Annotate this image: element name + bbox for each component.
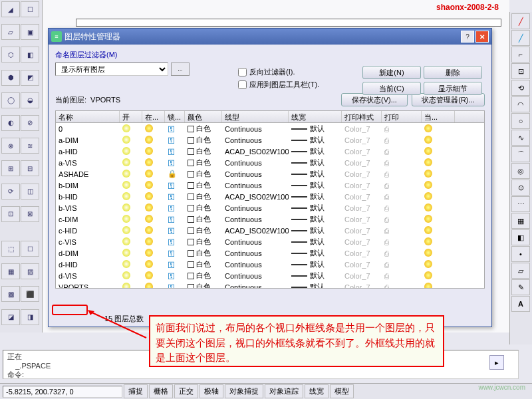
cell-on[interactable] (120, 271, 142, 281)
tool-icon[interactable]: ◧ (21, 47, 39, 63)
layer-row[interactable]: c-DIM⚿ 白色Continuous默认Color_7⎙ (56, 213, 484, 225)
cell-plotstyle[interactable]: Color_7 (342, 249, 382, 257)
tool-icon[interactable]: ⊡ (511, 63, 530, 79)
filter-browse-button[interactable]: ... (171, 63, 190, 76)
cell-plotstyle[interactable]: Color_7 (342, 193, 382, 201)
cell-freeze[interactable] (142, 271, 165, 281)
cell-color[interactable]: 白色 (185, 192, 222, 201)
tool-icon[interactable]: ◩ (21, 70, 39, 86)
tool-icon[interactable]: ╱ (511, 13, 530, 29)
cell-lineweight[interactable]: 默认 (289, 259, 342, 269)
status-toggle[interactable]: 极轴 (200, 384, 223, 398)
cell-lock[interactable]: ⚿ (165, 204, 185, 212)
tool-icon[interactable]: ◐ (1, 115, 20, 131)
cell-plotstyle[interactable]: Color_7 (342, 125, 382, 133)
cell-freeze[interactable] (142, 237, 165, 247)
tool-icon[interactable]: ⊞ (1, 160, 20, 176)
tool-icon[interactable]: ⊟ (21, 160, 39, 176)
cell-freeze[interactable] (142, 170, 165, 179)
cell-linetype[interactable]: Continuous (222, 238, 289, 246)
layer-row[interactable]: d-VIS⚿ 白色Continuous默认Color_7⎙ (56, 270, 484, 281)
tool-icon[interactable]: ▱ (511, 263, 530, 279)
cell-color[interactable]: 白色 (185, 282, 222, 288)
cell-current[interactable] (422, 260, 455, 269)
cell-lineweight[interactable]: 默认 (289, 271, 342, 281)
cell-on[interactable] (120, 226, 142, 235)
tool-icon[interactable]: ⊗ (1, 138, 20, 154)
cell-plot[interactable]: ⎙ (382, 272, 422, 280)
cell-current[interactable] (422, 124, 455, 134)
cell-current[interactable] (422, 237, 455, 247)
cell-linetype[interactable]: Continuous (222, 170, 289, 178)
cell-linetype[interactable]: Continuous (222, 215, 289, 223)
cell-current[interactable] (422, 249, 455, 258)
cell-linetype[interactable]: Continuous (222, 204, 289, 212)
cell-freeze[interactable] (142, 215, 165, 224)
cell-plot[interactable]: ⎙ (382, 170, 422, 178)
cell-lock[interactable]: 🔒 (165, 170, 185, 178)
cell-freeze[interactable] (142, 136, 165, 145)
tool-icon[interactable]: ⊡ (1, 206, 20, 222)
hdr-name[interactable]: 名称 (56, 111, 120, 122)
tool-icon[interactable]: ▣ (21, 24, 39, 40)
cell-plot[interactable]: ⎙ (382, 125, 422, 133)
tool-icon[interactable]: ▩ (1, 286, 20, 302)
cell-lock[interactable]: ⚿ (165, 159, 185, 167)
cell-current[interactable] (422, 283, 455, 289)
tool-icon[interactable]: ⬢ (1, 70, 20, 86)
status-toggle[interactable]: 模型 (330, 384, 354, 398)
layer-row[interactable]: b-DIM⚿ 白色Continuous默认Color_7⎙ (56, 180, 484, 191)
tool-icon[interactable]: ⟲ (511, 80, 530, 96)
layer-row[interactable]: VPORTS⚿ 白色Continuous默认Color_7⎙ (56, 281, 484, 288)
cell-current[interactable] (422, 226, 455, 235)
tool-icon[interactable]: ◪ (1, 309, 20, 325)
delete-layer-button[interactable]: 删除 (424, 66, 482, 79)
status-toggle[interactable]: 捕捉 (124, 384, 148, 398)
status-toggle[interactable]: 对象追踪 (265, 384, 303, 398)
layer-row[interactable]: a-VIS⚿ 白色Continuous默认Color_7⎙ (56, 157, 484, 168)
cell-current[interactable] (422, 158, 455, 168)
cell-plot[interactable]: ⎙ (382, 182, 422, 190)
cell-plotstyle[interactable]: Color_7 (342, 283, 382, 289)
cell-plotstyle[interactable]: Color_7 (342, 238, 382, 246)
cell-lock[interactable]: ⚿ (165, 193, 185, 201)
show-detail-button[interactable]: 显示细节 (424, 82, 482, 95)
cell-lineweight[interactable]: 默认 (289, 180, 342, 190)
layer-row[interactable]: 0⚿ 白色Continuous默认Color_7⎙ (56, 123, 484, 134)
cell-on[interactable] (120, 147, 142, 156)
hdr-on[interactable]: 开 (120, 111, 142, 122)
cell-linetype[interactable]: ACAD_ISO02W100 (222, 148, 289, 156)
cell-linetype[interactable]: Continuous (222, 159, 289, 167)
cell-lock[interactable]: ⚿ (165, 238, 185, 246)
cell-color[interactable]: 白色 (185, 248, 222, 258)
cell-color[interactable]: 白色 (185, 124, 222, 134)
cell-linetype[interactable]: Continuous (222, 125, 289, 133)
tool-icon[interactable]: ◨ (21, 309, 39, 325)
cell-lineweight[interactable]: 默认 (289, 248, 342, 258)
cell-on[interactable] (120, 170, 142, 179)
status-toggle[interactable]: 正交 (174, 384, 198, 398)
cell-lineweight[interactable]: 默认 (289, 203, 342, 213)
cell-plotstyle[interactable]: Color_7 (342, 136, 382, 144)
cell-linetype[interactable]: Continuous (222, 136, 289, 144)
cell-current[interactable] (422, 271, 455, 281)
hdr-linetype[interactable]: 线型 (222, 111, 289, 122)
cell-lock[interactable]: ⚿ (165, 283, 185, 289)
cell-freeze[interactable] (142, 249, 165, 258)
cell-freeze[interactable] (142, 283, 165, 289)
grid-body[interactable]: 0⚿ 白色Continuous默认Color_7⎙a-DIM⚿ 白色Contin… (56, 123, 484, 288)
apply-toolbar-checkbox[interactable]: 应用到图层工具栏(T). (238, 80, 319, 90)
cell-current[interactable] (422, 136, 455, 145)
tool-icon[interactable]: ∿ (511, 130, 530, 146)
layer-row[interactable]: b-VIS⚿ 白色Continuous默认Color_7⎙ (56, 202, 484, 213)
cell-plotstyle[interactable]: Color_7 (342, 204, 382, 212)
cell-current[interactable] (422, 203, 455, 213)
cell-lineweight[interactable]: 默认 (289, 124, 342, 134)
close-button[interactable]: ✕ (475, 31, 489, 43)
cell-current[interactable] (422, 192, 455, 201)
cell-plotstyle[interactable]: Color_7 (342, 261, 382, 269)
cell-plotstyle[interactable]: Color_7 (342, 170, 382, 178)
cell-freeze[interactable] (142, 192, 165, 201)
filter-select[interactable]: 显示所有图层 (55, 63, 168, 76)
tool-icon[interactable]: ▨ (21, 263, 39, 279)
